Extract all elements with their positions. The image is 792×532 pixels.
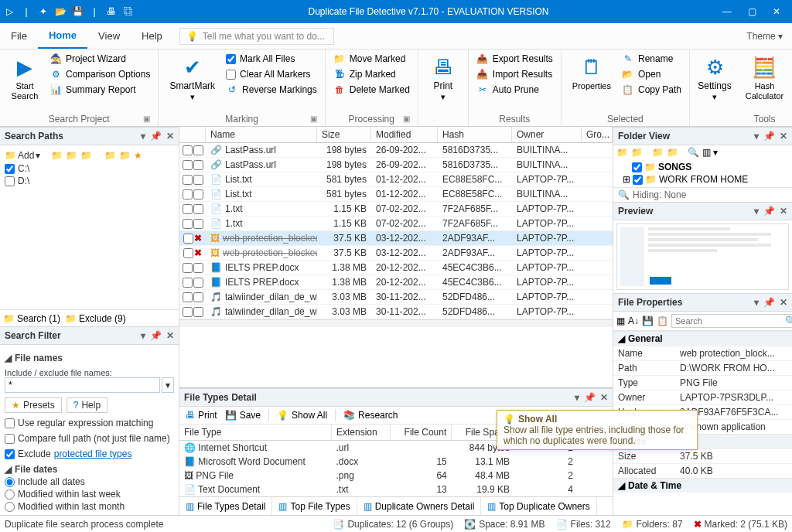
regex-checkbox[interactable] bbox=[5, 418, 15, 428]
grid-col-header[interactable]: Name bbox=[206, 127, 317, 143]
pattern-dropdown[interactable]: ▾ bbox=[162, 377, 174, 393]
table-row[interactable]: 📘IELTS PREP.docx 1.38 MB 20-12-202...45E… bbox=[179, 275, 613, 290]
folder-toolbar-icon[interactable]: 📁 bbox=[80, 150, 92, 161]
ftd-col-header[interactable]: Extension bbox=[332, 425, 391, 441]
start-search-button[interactable]: ▶Start Search bbox=[6, 53, 43, 104]
exclude-tab[interactable]: 📁Exclude (9) bbox=[65, 313, 126, 324]
ftd-tab[interactable]: ▥Duplicate Owners Detail bbox=[357, 497, 482, 515]
ftd-row[interactable]: 📄 Text Document.txt1319.9 KB4 bbox=[179, 483, 613, 496]
month-radio[interactable] bbox=[5, 502, 15, 512]
pin-icon[interactable]: 📌 bbox=[150, 330, 162, 341]
prop-cat-icon[interactable]: ▦ bbox=[616, 315, 625, 326]
fv-icon[interactable]: 📁 bbox=[616, 147, 628, 158]
add-path-button[interactable]: 📁Add ▾ bbox=[5, 150, 40, 161]
prop-copy-icon[interactable]: 📋 bbox=[657, 315, 668, 326]
protected-filetypes-link[interactable]: protected file types bbox=[54, 448, 132, 459]
prop-cat-datetime[interactable]: ◢ Date & Time bbox=[613, 478, 792, 493]
filenames-section[interactable]: ◢ File names bbox=[5, 353, 174, 363]
mark-all-check[interactable] bbox=[226, 54, 236, 64]
table-row[interactable]: 📄1.txt 1.15 KB 07-02-202...7F2AF685F...L… bbox=[179, 217, 613, 231]
reverse-markings-button[interactable]: ↺Reverse Markings bbox=[224, 84, 319, 96]
fv-icon[interactable]: 🔍 bbox=[688, 147, 699, 158]
horizontal-scrollbar[interactable] bbox=[179, 319, 613, 327]
ftd-research-button[interactable]: 📚Research bbox=[343, 410, 398, 421]
dropdown-icon[interactable]: ▾ bbox=[141, 330, 145, 341]
tree-node-songs[interactable]: 📁SONGS bbox=[618, 161, 787, 173]
prop-save-icon[interactable]: 💾 bbox=[642, 315, 654, 326]
ftd-row[interactable]: 📘 Microsoft Word Document.docx1513.1 MB2 bbox=[179, 455, 613, 469]
prop-sort-icon[interactable]: A↓ bbox=[628, 315, 639, 326]
qat-preview-icon[interactable]: ⿻ bbox=[122, 5, 135, 18]
table-row[interactable]: ✖ 🖼web protection_blocked dom... 37.5 KB… bbox=[179, 246, 613, 261]
print-button[interactable]: 🖶Print▾ bbox=[425, 53, 462, 104]
ftd-tab[interactable]: ▥Top File Types bbox=[272, 497, 357, 515]
folder-toolbar-icon[interactable]: 📁 bbox=[51, 150, 63, 161]
pin-icon[interactable]: 📌 bbox=[584, 392, 596, 403]
ftd-row[interactable]: 🖼 PNG File.png6448.4 MB2 bbox=[179, 469, 613, 483]
pattern-input[interactable] bbox=[5, 377, 160, 393]
close-icon[interactable]: ✕ bbox=[780, 297, 787, 308]
fv-icon[interactable]: 📁 bbox=[631, 147, 643, 158]
ftd-tab[interactable]: ▥File Types Detail bbox=[179, 497, 272, 515]
auto-prune-button[interactable]: ✂Auto Prune bbox=[475, 84, 555, 96]
ftd-tab[interactable]: ▥Top Duplicate Owners bbox=[481, 497, 596, 515]
close-icon[interactable]: ✕ bbox=[600, 392, 608, 403]
copy-path-button[interactable]: 📋Copy Path bbox=[620, 84, 683, 96]
grid-col-header[interactable]: Gro... bbox=[582, 127, 613, 143]
folder-toolbar-icon[interactable]: 📁 bbox=[119, 150, 131, 161]
theme-button[interactable]: Theme ▾ bbox=[737, 31, 792, 42]
export-results-button[interactable]: 📤Export Results bbox=[475, 53, 555, 65]
qat-open-icon[interactable]: 📂 bbox=[54, 5, 67, 18]
dropdown-icon[interactable]: ▾ bbox=[575, 392, 579, 403]
smartmark-button[interactable]: ✔SmartMark▾ bbox=[165, 53, 220, 104]
ftd-print-button[interactable]: 🖶Print bbox=[186, 410, 217, 421]
search-icon[interactable]: 🔍 bbox=[785, 315, 792, 326]
table-row[interactable]: 🔗LastPass.url 198 bytes 26-09-202...5816… bbox=[179, 143, 613, 158]
hash-calculator-button[interactable]: 🧮Hash Calculator bbox=[738, 53, 791, 104]
drive-item[interactable]: C:\ bbox=[5, 162, 174, 175]
maximize-button[interactable]: ▢ bbox=[747, 6, 756, 17]
qat-save-icon[interactable]: 💾 bbox=[71, 5, 84, 18]
fv-icon[interactable]: 📁 bbox=[652, 147, 664, 158]
table-row[interactable]: 📄List.txt 581 bytes 01-12-202...EC88E58F… bbox=[179, 187, 613, 202]
launcher-icon[interactable]: ▣ bbox=[143, 114, 150, 123]
folder-toolbar-icon[interactable]: 📁 bbox=[104, 150, 116, 161]
table-row[interactable]: 🎵talwiinder_dilan_de_wich_pro... 3.03 MB… bbox=[179, 290, 613, 305]
dropdown-icon[interactable]: ▾ bbox=[754, 206, 759, 217]
ftd-save-button[interactable]: 💾Save bbox=[225, 410, 261, 421]
tree-node-wfh[interactable]: ⊞📁WORK FROM HOME bbox=[618, 173, 787, 186]
prop-search[interactable]: 🔍 bbox=[671, 314, 792, 328]
zip-marked-button[interactable]: 🗜Zip Marked bbox=[332, 68, 411, 80]
fv-menu[interactable]: ▥ ▾ bbox=[702, 147, 718, 158]
help-button[interactable]: ?Help bbox=[67, 397, 108, 413]
tab-help[interactable]: Help bbox=[131, 24, 173, 48]
all-dates-radio[interactable] bbox=[5, 477, 15, 487]
drive-item[interactable]: D:\ bbox=[5, 175, 174, 187]
tab-home[interactable]: Home bbox=[38, 23, 87, 49]
week-radio[interactable] bbox=[5, 489, 15, 500]
ftd-col-header[interactable]: File Count bbox=[391, 425, 452, 441]
pin-icon[interactable]: 📌 bbox=[150, 131, 162, 142]
ftd-showall-button[interactable]: 💡Show All bbox=[277, 410, 327, 421]
grid-col-header[interactable]: Size bbox=[317, 127, 371, 143]
grid-col-header[interactable]: Hash bbox=[438, 127, 512, 143]
close-icon[interactable]: ✕ bbox=[780, 206, 787, 217]
search-tab[interactable]: 📁Search (1) bbox=[3, 313, 60, 324]
close-icon[interactable]: ✕ bbox=[166, 330, 174, 341]
open-button[interactable]: 📂Open bbox=[620, 68, 683, 80]
fullpath-checkbox[interactable] bbox=[5, 434, 15, 444]
mark-all-files-button[interactable]: Mark All Files bbox=[224, 53, 319, 65]
launcher-icon[interactable]: ▣ bbox=[310, 114, 317, 123]
ftd-col-header[interactable]: File Type bbox=[179, 425, 332, 441]
close-icon[interactable]: ✕ bbox=[166, 131, 174, 142]
qat-play-icon[interactable]: ▷ bbox=[3, 5, 15, 18]
qat-print-icon[interactable]: 🖶 bbox=[105, 5, 118, 18]
tab-file[interactable]: File bbox=[0, 24, 38, 48]
minimize-button[interactable]: — bbox=[722, 6, 732, 17]
table-row[interactable]: 🎵talwiinder_dilan_de_wich_pro... 3.03 MB… bbox=[179, 305, 613, 319]
folder-toolbar-icon[interactable]: 📁 bbox=[66, 150, 77, 161]
dropdown-icon[interactable]: ▾ bbox=[754, 297, 759, 308]
close-button[interactable]: ✕ bbox=[772, 6, 781, 17]
launcher-icon[interactable]: ▣ bbox=[403, 114, 410, 123]
prop-cat-general[interactable]: ◢ General bbox=[613, 331, 792, 346]
